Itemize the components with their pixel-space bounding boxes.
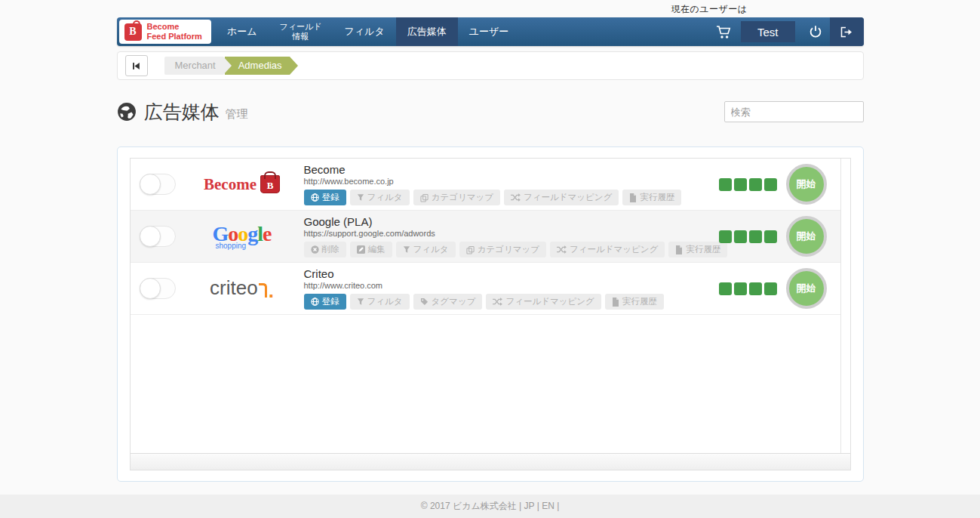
action-button-copy[interactable]: カテゴリマップ — [413, 190, 500, 205]
nav-menu: ホームフィールド情報フィルタ広告媒体ユーザー — [216, 17, 520, 46]
filter-icon — [357, 193, 364, 202]
footer-copyright[interactable]: © 2017 ビカム株式会社 | JP | EN | — [421, 500, 560, 513]
action-button-shuffle[interactable]: フィールドマッピング — [504, 190, 619, 205]
action-button-copy[interactable]: カテゴリマップ — [459, 242, 546, 257]
nav-item-label: ホーム — [227, 25, 257, 39]
breadcrumb: MerchantAdmedias — [164, 57, 290, 75]
status-square — [764, 230, 777, 243]
nav-item-label: フィルタ — [345, 25, 385, 39]
action-button-label: 実行履歴 — [686, 244, 720, 255]
file-icon — [629, 193, 637, 202]
status-square — [734, 282, 747, 295]
start-button[interactable]: 開始 — [786, 268, 827, 309]
status-square — [734, 230, 747, 243]
admedia-actions: 削除編集フィルタカテゴリマップフィールドマッピング実行履歴 — [304, 242, 711, 257]
status-square — [749, 282, 762, 295]
enable-toggle[interactable] — [140, 278, 176, 299]
admedia-logo: BecomeB — [189, 175, 295, 194]
nav-item-0[interactable]: ホーム — [216, 17, 269, 46]
admedia-name: Criteo — [304, 267, 711, 280]
action-button-filter[interactable]: フィルタ — [396, 242, 456, 257]
google-logo-letter: e — [263, 222, 271, 245]
status-squares — [719, 178, 777, 191]
action-button-globe[interactable]: 登録 — [304, 190, 346, 205]
status-square — [764, 282, 777, 295]
brand-line1: Become — [147, 22, 202, 32]
status-square — [749, 178, 762, 191]
admedia-info: Become http://www.become.co.jp 登録フィルタカテゴ… — [304, 163, 711, 205]
edit-icon — [357, 245, 365, 254]
action-button-edit[interactable]: 編集 — [350, 242, 392, 257]
start-button[interactable]: 開始 — [786, 164, 827, 205]
admedia-row: BecomeB Become http://www.become.co.jp 登… — [131, 159, 840, 211]
back-button[interactable] — [125, 55, 148, 76]
power-icon[interactable] — [801, 17, 830, 46]
nav-item-label: 広告媒体 — [407, 25, 447, 39]
action-button-delete-circle[interactable]: 削除 — [304, 242, 346, 257]
search-input[interactable] — [724, 101, 864, 122]
delete-circle-icon — [311, 245, 319, 254]
status-square — [719, 282, 732, 295]
action-button-shuffle[interactable]: フィールドマッピング — [486, 294, 601, 310]
sign-out-icon[interactable] — [830, 17, 864, 46]
nav-item-label: ユーザー — [469, 25, 509, 39]
action-button-tag[interactable]: タグマップ — [413, 294, 483, 310]
breadcrumb-item-admedias[interactable]: Admedias — [225, 57, 290, 75]
nav-item-4[interactable]: ユーザー — [458, 17, 521, 46]
admedia-url: https://support.google.com/adwords — [304, 229, 711, 238]
copy-icon — [466, 245, 475, 254]
nav-item-1[interactable]: フィールド情報 — [268, 17, 333, 46]
admedia-actions: 登録フィルタカテゴリマップフィールドマッピング実行履歴 — [304, 190, 711, 205]
action-button-file[interactable]: 実行履歴 — [605, 294, 664, 310]
admedia-row: Googleshopping Google (PLA) https://supp… — [131, 211, 840, 263]
action-button-label: カテゴリマップ — [478, 244, 539, 255]
page-title: 広告媒体 — [144, 100, 220, 125]
status-square — [764, 178, 777, 191]
toggle-knob — [140, 226, 161, 247]
page-header: 広告媒体 管理 — [117, 100, 864, 124]
admedia-info: Criteo http://www.criteo.com 登録フィルタタグマップ… — [304, 267, 711, 310]
brand-logo[interactable]: B Become Feed Platform — [119, 20, 211, 44]
breadcrumb-item-merchant[interactable]: Merchant — [164, 57, 223, 75]
action-button-file[interactable]: 実行履歴 — [668, 242, 727, 257]
action-button-label: 登録 — [322, 296, 339, 307]
action-button-file[interactable]: 実行履歴 — [622, 190, 681, 205]
action-button-label: 実行履歴 — [622, 296, 657, 307]
current-user-name: Test — [757, 26, 779, 39]
action-button-label: フィールドマッピング — [505, 296, 594, 307]
enable-toggle[interactable] — [140, 174, 176, 195]
panel-footer — [131, 453, 850, 470]
filter-icon — [403, 245, 410, 254]
shuffle-icon — [493, 298, 502, 306]
navbar-right: Test — [708, 17, 864, 46]
file-icon — [612, 298, 619, 307]
tag-icon — [420, 298, 429, 306]
page-subtitle: 管理 — [226, 107, 248, 122]
cart-icon[interactable] — [708, 17, 739, 46]
google-shopping-logo: Googleshopping — [213, 224, 272, 250]
globe-icon — [117, 102, 137, 122]
action-button-filter[interactable]: フィルタ — [350, 294, 410, 310]
action-button-label: タグマップ — [432, 296, 476, 307]
action-button-label: 編集 — [368, 244, 386, 255]
nav-item-2[interactable]: フィルタ — [333, 17, 396, 46]
nav-item-3[interactable]: 広告媒体 — [396, 17, 458, 46]
action-button-filter[interactable]: フィルタ — [350, 190, 410, 205]
action-button-label: 実行履歴 — [640, 192, 674, 203]
status-square — [719, 178, 732, 191]
admedia-info: Google (PLA) https://support.google.com/… — [304, 215, 711, 257]
admedia-name: Become — [304, 163, 711, 176]
action-button-label: カテゴリマップ — [432, 192, 493, 203]
criteo-logo-text: criteo — [210, 279, 258, 297]
criteo-logo: criteo. — [210, 279, 274, 297]
start-button[interactable]: 開始 — [786, 216, 827, 257]
navbar: B Become Feed Platform ホームフィールド情報フィルタ広告媒… — [117, 17, 864, 46]
enable-toggle[interactable] — [140, 226, 176, 247]
admedia-url: http://www.become.co.jp — [304, 177, 711, 186]
action-button-shuffle[interactable]: フィールドマッピング — [550, 242, 665, 257]
brand-text: Become Feed Platform — [147, 22, 202, 41]
toggle-knob — [140, 174, 161, 195]
action-button-globe[interactable]: 登録 — [304, 294, 346, 310]
current-user-button[interactable]: Test — [741, 21, 795, 42]
google-logo-letter: g — [247, 222, 257, 245]
